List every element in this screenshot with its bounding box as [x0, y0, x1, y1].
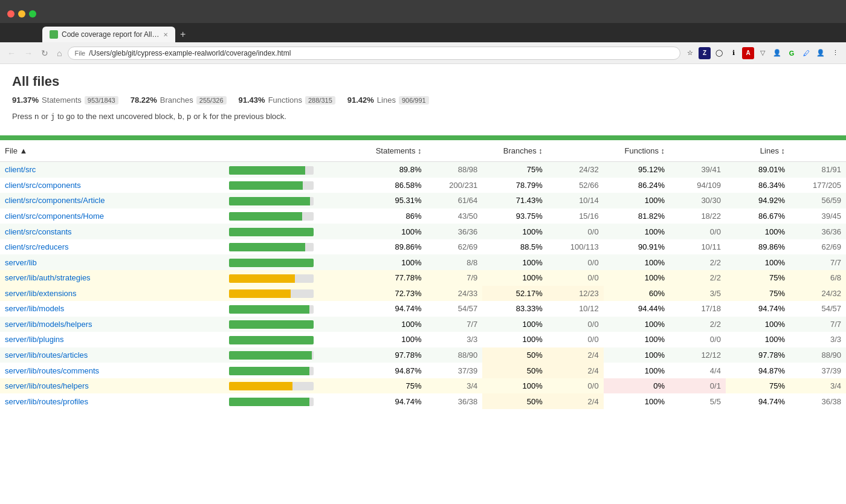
- tab-bar: Code coverage report for All fi... ✕ +: [0, 23, 846, 42]
- file-link[interactable]: server/lib/extensions: [5, 289, 77, 298]
- bookmark-icon[interactable]: ☆: [684, 47, 696, 59]
- home-button[interactable]: ⌂: [54, 47, 64, 59]
- br-pct-cell: 100%: [482, 332, 547, 347]
- ln-pct-cell: 89.01%: [726, 162, 790, 178]
- branches-summary: 78.22% Branches 255/326: [131, 95, 227, 105]
- col-header-functions-frac: [670, 140, 726, 162]
- lines-count: 906/991: [399, 96, 429, 105]
- bar-cell: [224, 317, 352, 332]
- fullscreen-button[interactable]: [29, 10, 36, 18]
- address-bar[interactable]: File /Users/gleb/git/cypress-example-rea…: [68, 47, 680, 60]
- fn-pct-cell: 100%: [604, 224, 670, 239]
- coverage-bar: [229, 398, 314, 406]
- extension-z[interactable]: Z: [699, 47, 711, 59]
- statements-count: 953/1843: [85, 96, 118, 105]
- table-row: server/lib 100% 8/8 100% 0/0 100% 2/2 10…: [0, 254, 846, 270]
- file-cell: server/lib/plugins: [0, 332, 224, 347]
- protocol-label: File: [74, 50, 85, 57]
- file-link[interactable]: client/src/reducers: [5, 242, 68, 251]
- bar-cell: [224, 378, 352, 394]
- minimize-button[interactable]: [18, 10, 25, 18]
- stmt-pct-cell: 89.8%: [353, 162, 427, 178]
- bar-fill: [229, 305, 309, 314]
- stmt-frac-cell: 3/4: [427, 378, 483, 394]
- extension-filter[interactable]: ▽: [757, 47, 769, 59]
- col-header-statements-frac: [427, 140, 483, 162]
- br-frac-cell: 12/23: [547, 286, 604, 302]
- file-link[interactable]: server/lib/routes/comments: [5, 366, 99, 375]
- col-header-lines[interactable]: Lines ↕: [726, 140, 790, 162]
- bar-cell: [224, 178, 352, 193]
- col-header-file[interactable]: File ▲: [0, 140, 224, 162]
- col-header-statements[interactable]: Statements ↕: [353, 140, 427, 162]
- fn-pct-cell: 100%: [604, 347, 670, 363]
- file-link[interactable]: server/lib/auth/strategies: [5, 273, 91, 282]
- functions-summary: 91.43% Functions 288/315: [239, 95, 335, 105]
- col-header-bar: [224, 140, 352, 162]
- extension-adblock[interactable]: A: [742, 47, 754, 59]
- stmt-pct-cell: 94.74%: [353, 301, 427, 317]
- user-avatar[interactable]: 👤: [815, 47, 827, 59]
- new-tab-button[interactable]: +: [175, 27, 190, 42]
- table-row: server/lib/routes/comments 94.87% 37/39 …: [0, 363, 846, 378]
- file-cell: client/src/components: [0, 178, 224, 193]
- file-link[interactable]: server/lib: [5, 258, 37, 267]
- extension-4[interactable]: 🖊: [800, 47, 812, 59]
- extension-3[interactable]: 👤: [771, 47, 783, 59]
- file-link[interactable]: client/src/constants: [5, 227, 72, 236]
- lines-pct: 91.42%: [347, 95, 374, 105]
- reload-button[interactable]: ↻: [39, 47, 51, 59]
- forward-button[interactable]: →: [22, 47, 35, 59]
- close-button[interactable]: [7, 10, 15, 18]
- bar-fill: [229, 289, 291, 298]
- ln-pct-cell: 100%: [726, 224, 790, 239]
- tab-close-button[interactable]: ✕: [163, 31, 168, 38]
- bar-fill: [229, 320, 314, 329]
- ln-pct-cell: 100%: [726, 332, 790, 347]
- menu-button[interactable]: ⋮: [829, 47, 841, 59]
- file-link[interactable]: client/src/components/Article: [5, 196, 105, 205]
- stmt-frac-cell: 61/64: [427, 193, 483, 208]
- file-link[interactable]: server/lib/models/helpers: [5, 320, 92, 329]
- extension-1[interactable]: ◯: [713, 47, 725, 59]
- fn-frac-cell: 3/5: [670, 286, 726, 302]
- bar-fill: [229, 336, 314, 344]
- fn-frac-cell: 0/0: [670, 224, 726, 239]
- ln-frac-cell: 88/90: [790, 347, 846, 363]
- table-header-row: File ▲ Statements ↕ Branches ↕ Functions…: [0, 140, 846, 162]
- stmt-pct-cell: 77.78%: [353, 270, 427, 286]
- file-link[interactable]: server/lib/models: [5, 304, 64, 313]
- ln-frac-cell: 54/57: [790, 301, 846, 317]
- table-row: server/lib/extensions 72.73% 24/33 52.17…: [0, 286, 846, 302]
- back-button[interactable]: ←: [5, 47, 18, 59]
- stmt-pct-cell: 97.78%: [353, 347, 427, 363]
- extension-g[interactable]: G: [786, 47, 798, 59]
- file-link[interactable]: client/src/components/Home: [5, 212, 104, 221]
- url-path: /Users/gleb/git/cypress-example-realworl…: [89, 49, 291, 57]
- page-content: All files 91.37% Statements 953/1843 78.…: [0, 64, 846, 135]
- ln-pct-cell: 94.74%: [726, 393, 790, 409]
- fn-pct-cell: 100%: [604, 317, 670, 332]
- extension-2[interactable]: ℹ: [728, 47, 740, 59]
- fn-pct-cell: 100%: [604, 393, 670, 409]
- coverage-bar: [229, 243, 314, 251]
- overall-progress-bar: [0, 135, 846, 140]
- ln-pct-cell: 94.87%: [726, 363, 790, 378]
- coverage-bar: [229, 274, 314, 283]
- coverage-bar: [229, 320, 314, 329]
- fn-pct-cell: 60%: [604, 286, 670, 302]
- file-link[interactable]: server/lib/routes/helpers: [5, 381, 89, 390]
- br-pct-cell: 83.33%: [482, 301, 547, 317]
- file-link[interactable]: client/src/components: [5, 181, 81, 190]
- br-pct-cell: 50%: [482, 363, 547, 378]
- col-header-functions[interactable]: Functions ↕: [604, 140, 670, 162]
- file-link[interactable]: server/lib/routes/articles: [5, 351, 88, 360]
- file-link[interactable]: client/src: [5, 165, 36, 174]
- file-link[interactable]: server/lib/routes/profiles: [5, 397, 88, 406]
- active-tab[interactable]: Code coverage report for All fi... ✕: [42, 27, 175, 42]
- file-link[interactable]: server/lib/plugins: [5, 335, 64, 344]
- br-frac-cell: 0/0: [547, 270, 604, 286]
- br-pct-cell: 100%: [482, 378, 547, 394]
- col-header-branches[interactable]: Branches ↕: [482, 140, 547, 162]
- bar-cell: [224, 224, 352, 239]
